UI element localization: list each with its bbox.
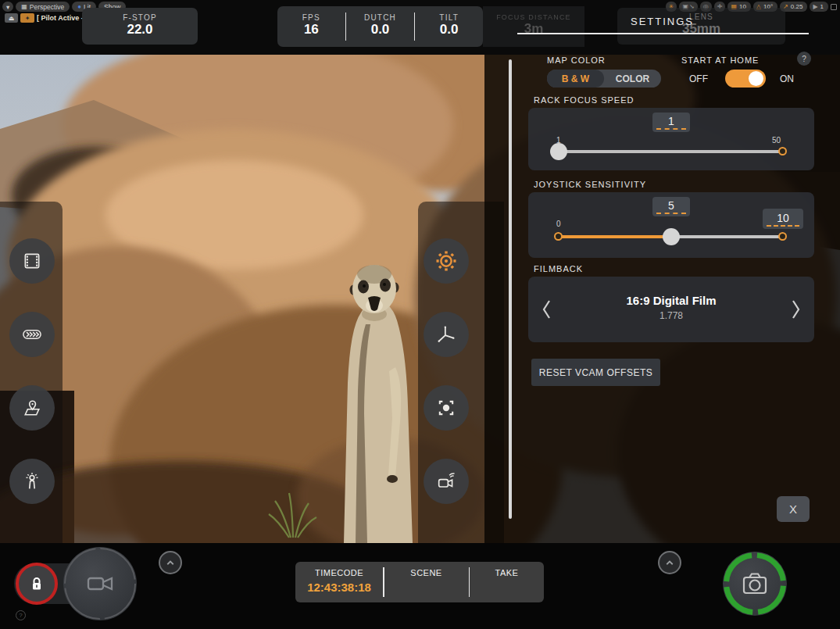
map-color-color-option[interactable]: COLOR	[604, 70, 661, 88]
camera-speed-value: 1	[819, 3, 825, 10]
joystick-label: JOYSTICK SENSITIVITY	[534, 180, 646, 189]
filmstrip-icon	[22, 251, 42, 271]
expand-right-tray-button[interactable]	[658, 551, 681, 574]
scale-snap-value: 0.25	[789, 3, 805, 10]
fps-readout[interactable]: FPS 16	[277, 6, 345, 47]
joystick-max-endpoint[interactable]	[778, 232, 787, 241]
toggle-off-label: OFF	[689, 73, 708, 84]
settings-button[interactable]	[424, 238, 469, 284]
joystick-thumb[interactable]	[663, 228, 680, 245]
filmback-card: 16:9 Digital Film 1.778	[528, 277, 814, 342]
take-label: TAKE	[470, 568, 544, 577]
vcam-app: ▾ ▦Perspective ●Lit Show ⏏ ✦ [ Pilot Act…	[0, 0, 840, 629]
start-at-home-toggle[interactable]	[725, 70, 766, 88]
map-color-bw-option[interactable]: B & W	[547, 70, 604, 88]
record-video-button[interactable]	[63, 547, 137, 620]
slate-panel: TIMECODE 12:43:38:18 SCENE TAKE	[295, 562, 544, 602]
timecode-label: TIMECODE	[295, 568, 383, 577]
fstop-value: 22.0	[82, 22, 198, 38]
map-color-label: MAP COLOR	[547, 55, 606, 65]
rack-focus-max-label: 50	[772, 136, 781, 145]
axes-button[interactable]	[424, 312, 469, 357]
close-settings-button[interactable]: X	[777, 496, 810, 522]
filmback-label: FILMBACK	[534, 264, 583, 273]
take-block[interactable]: TAKE	[470, 562, 544, 602]
focus-reticle-icon	[435, 397, 457, 419]
chevron-up-icon	[163, 556, 177, 570]
focus-button[interactable]	[424, 385, 469, 431]
map-color-segmented: B & W COLOR	[547, 70, 661, 88]
perspective-button[interactable]: ▦Perspective	[16, 2, 70, 12]
perspective-icon: ▦	[21, 4, 27, 10]
top-bar: ▾ ▦Perspective ●Lit Show ⏏ ✦ [ Pilot Act…	[0, 0, 840, 55]
actor-marker-button[interactable]	[9, 459, 55, 504]
eject-pilot-button[interactable]: ⏏	[5, 13, 18, 23]
chevron-down-icon: ▾	[6, 3, 9, 11]
expand-left-tray-button[interactable]	[159, 551, 182, 574]
lit-sphere-icon: ●	[77, 4, 81, 10]
timecode-value: 12:43:38:18	[295, 581, 383, 594]
joystick-track-filled[interactable]	[558, 235, 671, 238]
joystick-max-box[interactable]: 10	[763, 209, 803, 229]
vcam-tool-button[interactable]: ✦	[20, 13, 34, 23]
motion-speed-button[interactable]	[9, 312, 55, 357]
dutch-label: DUTCH	[346, 13, 414, 22]
joystick-track[interactable]	[671, 235, 785, 238]
filmback-next-icon[interactable]	[788, 297, 803, 322]
rack-focus-label: RACK FOCUS SPEED	[534, 95, 634, 105]
filmstrip-button[interactable]	[9, 238, 55, 284]
camera-hud-panel: FPS 16 DUTCH 0.0 TILT 0.0	[277, 6, 483, 47]
camera-motion-icon	[435, 470, 457, 492]
joystick-card: 5 10 0	[528, 192, 814, 258]
rack-focus-track[interactable]	[558, 150, 785, 153]
camera-speed-icon: ▶	[813, 4, 817, 10]
rack-focus-thumb[interactable]	[550, 143, 567, 160]
joystick-min-label: 0	[556, 220, 561, 228]
snapshot-button[interactable]	[723, 552, 787, 616]
fstop-label: F-STOP	[82, 13, 198, 22]
joystick-max-dashes	[767, 225, 799, 227]
rack-focus-max-endpoint[interactable]	[778, 147, 787, 155]
toggle-knob	[749, 71, 763, 86]
timecode-block[interactable]: TIMECODE 12:43:38:18	[295, 562, 383, 602]
map-pin-icon	[21, 397, 43, 419]
joystick-dashes	[656, 213, 686, 214]
settings-title: SETTINGS	[516, 16, 809, 27]
filmback-name: 16:9 Digital Film	[528, 277, 814, 307]
reset-vcam-offsets-button[interactable]: RESET VCAM OFFSETS	[531, 359, 660, 386]
joystick-value-box[interactable]: 5	[652, 197, 690, 216]
perspective-label: Perspective	[30, 3, 64, 11]
joystick-min-endpoint[interactable]	[554, 232, 563, 241]
fast-forward-icon	[21, 323, 43, 345]
fstop-panel[interactable]: F-STOP 22.0	[82, 8, 198, 45]
dutch-value: 0.0	[346, 22, 414, 38]
photo-camera-icon	[736, 565, 774, 602]
joystick-max-value: 10	[777, 212, 789, 224]
settings-panel: MAP COLOR B & W COLOR START AT HOME ? OF…	[484, 55, 840, 543]
maximize-viewport-icon[interactable]	[831, 4, 837, 10]
video-camera-icon	[81, 565, 119, 602]
settings-scrollbar[interactable]	[509, 59, 512, 519]
camera-motion-button[interactable]	[424, 459, 469, 504]
filmback-prev-icon[interactable]	[539, 297, 555, 322]
settings-title-underline	[517, 33, 809, 34]
tilt-readout[interactable]: TILT 0.0	[415, 6, 483, 47]
tilt-label: TILT	[415, 13, 483, 22]
tilt-value: 0.0	[415, 22, 483, 38]
help-faint-icon[interactable]: ?	[16, 610, 26, 620]
help-button[interactable]: ?	[797, 52, 811, 66]
map-button[interactable]	[9, 385, 55, 431]
rack-focus-dashes	[656, 128, 686, 130]
chevron-up-icon	[663, 556, 677, 570]
fps-value: 16	[277, 22, 345, 38]
actor-beacon-icon	[21, 470, 43, 492]
camera-speed-button[interactable]: ▶1	[810, 2, 828, 12]
scene-block[interactable]: SCENE	[384, 562, 469, 602]
viewport-options-dropdown[interactable]: ▾	[2, 2, 13, 12]
lock-button[interactable]	[16, 563, 58, 605]
rack-focus-value-box[interactable]: 1	[652, 113, 690, 132]
dutch-readout[interactable]: DUTCH 0.0	[346, 6, 414, 47]
rack-focus-value: 1	[668, 115, 674, 127]
joystick-value: 5	[668, 199, 674, 212]
scene-label: SCENE	[384, 568, 469, 577]
